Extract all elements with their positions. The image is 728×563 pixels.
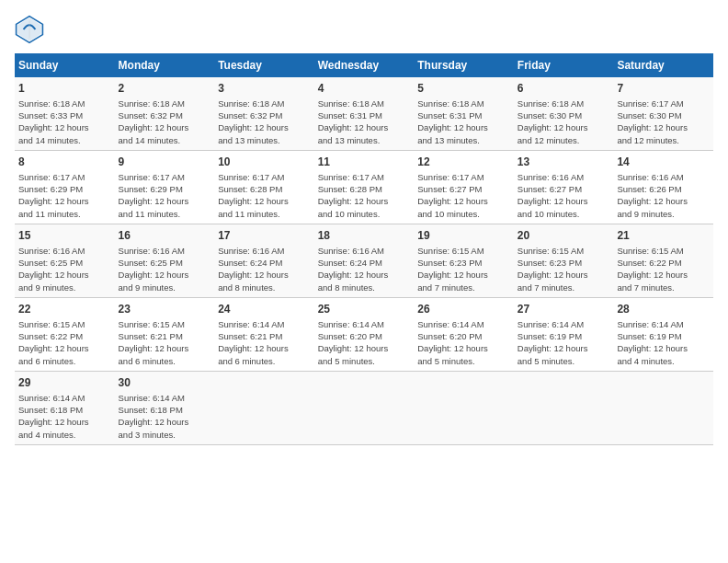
day-number: 26 bbox=[417, 302, 510, 317]
day-cell: 14Sunrise: 6:16 AM Sunset: 6:26 PM Dayli… bbox=[613, 150, 713, 224]
day-cell: 9Sunrise: 6:17 AM Sunset: 6:29 PM Daylig… bbox=[115, 150, 215, 224]
day-number: 25 bbox=[318, 302, 411, 317]
week-row-3: 15Sunrise: 6:16 AM Sunset: 6:25 PM Dayli… bbox=[15, 224, 713, 297]
day-info: Sunrise: 6:18 AM Sunset: 6:32 PM Dayligh… bbox=[218, 98, 289, 145]
day-number: 5 bbox=[417, 81, 510, 97]
day-info: Sunrise: 6:14 AM Sunset: 6:21 PM Dayligh… bbox=[218, 319, 289, 366]
day-info: Sunrise: 6:14 AM Sunset: 6:20 PM Dayligh… bbox=[417, 319, 488, 366]
day-cell: 13Sunrise: 6:16 AM Sunset: 6:27 PM Dayli… bbox=[514, 150, 614, 224]
day-info: Sunrise: 6:17 AM Sunset: 6:30 PM Dayligh… bbox=[617, 98, 688, 145]
day-number: 18 bbox=[318, 228, 411, 244]
day-number: 28 bbox=[617, 302, 710, 317]
day-info: Sunrise: 6:17 AM Sunset: 6:29 PM Dayligh… bbox=[119, 172, 189, 219]
day-number: 29 bbox=[18, 375, 111, 391]
day-cell: 10Sunrise: 6:17 AM Sunset: 6:28 PM Dayli… bbox=[214, 150, 314, 224]
day-info: Sunrise: 6:15 AM Sunset: 6:22 PM Dayligh… bbox=[18, 319, 89, 366]
day-number: 11 bbox=[318, 155, 411, 170]
day-number: 10 bbox=[218, 155, 311, 170]
day-cell: 29Sunrise: 6:14 AM Sunset: 6:18 PM Dayli… bbox=[15, 371, 115, 444]
day-number: 23 bbox=[119, 302, 211, 317]
day-info: Sunrise: 6:17 AM Sunset: 6:28 PM Dayligh… bbox=[318, 172, 389, 219]
day-info: Sunrise: 6:14 AM Sunset: 6:18 PM Dayligh… bbox=[18, 393, 89, 440]
week-row-5: 29Sunrise: 6:14 AM Sunset: 6:18 PM Dayli… bbox=[15, 371, 713, 444]
day-info: Sunrise: 6:18 AM Sunset: 6:31 PM Dayligh… bbox=[417, 98, 488, 145]
day-info: Sunrise: 6:15 AM Sunset: 6:21 PM Dayligh… bbox=[119, 319, 189, 366]
day-info: Sunrise: 6:14 AM Sunset: 6:18 PM Dayligh… bbox=[119, 393, 189, 440]
day-number: 4 bbox=[318, 81, 411, 97]
calendar-table: SundayMondayTuesdayWednesdayThursdayFrid… bbox=[15, 53, 713, 445]
day-cell: 3Sunrise: 6:18 AM Sunset: 6:32 PM Daylig… bbox=[214, 77, 314, 150]
day-cell: 24Sunrise: 6:14 AM Sunset: 6:21 PM Dayli… bbox=[214, 297, 314, 371]
day-cell: 12Sunrise: 6:17 AM Sunset: 6:27 PM Dayli… bbox=[414, 150, 514, 224]
day-info: Sunrise: 6:16 AM Sunset: 6:24 PM Dayligh… bbox=[218, 246, 289, 293]
day-number: 17 bbox=[218, 228, 311, 244]
day-info: Sunrise: 6:16 AM Sunset: 6:26 PM Dayligh… bbox=[617, 172, 688, 219]
day-cell: 5Sunrise: 6:18 AM Sunset: 6:31 PM Daylig… bbox=[414, 77, 514, 150]
day-cell: 23Sunrise: 6:15 AM Sunset: 6:21 PM Dayli… bbox=[115, 297, 215, 371]
day-number: 6 bbox=[518, 81, 610, 97]
day-cell bbox=[214, 371, 314, 444]
col-header-thursday: Thursday bbox=[414, 53, 514, 77]
day-info: Sunrise: 6:18 AM Sunset: 6:32 PM Dayligh… bbox=[119, 98, 189, 145]
day-info: Sunrise: 6:16 AM Sunset: 6:27 PM Dayligh… bbox=[518, 172, 588, 219]
day-cell: 11Sunrise: 6:17 AM Sunset: 6:28 PM Dayli… bbox=[314, 150, 415, 224]
calendar-header-row: SundayMondayTuesdayWednesdayThursdayFrid… bbox=[15, 53, 713, 77]
day-number: 21 bbox=[617, 228, 710, 244]
day-number: 20 bbox=[518, 228, 610, 244]
day-info: Sunrise: 6:15 AM Sunset: 6:23 PM Dayligh… bbox=[417, 246, 488, 293]
day-cell: 17Sunrise: 6:16 AM Sunset: 6:24 PM Dayli… bbox=[214, 224, 314, 297]
day-info: Sunrise: 6:14 AM Sunset: 6:19 PM Dayligh… bbox=[617, 319, 688, 366]
col-header-saturday: Saturday bbox=[613, 53, 713, 77]
day-number: 7 bbox=[617, 81, 710, 97]
day-cell: 19Sunrise: 6:15 AM Sunset: 6:23 PM Dayli… bbox=[414, 224, 514, 297]
day-number: 16 bbox=[119, 228, 211, 244]
day-number: 13 bbox=[518, 155, 610, 170]
day-cell: 27Sunrise: 6:14 AM Sunset: 6:19 PM Dayli… bbox=[514, 297, 614, 371]
col-header-tuesday: Tuesday bbox=[214, 53, 314, 77]
day-info: Sunrise: 6:16 AM Sunset: 6:25 PM Dayligh… bbox=[18, 246, 89, 293]
day-info: Sunrise: 6:16 AM Sunset: 6:25 PM Dayligh… bbox=[119, 246, 189, 293]
day-number: 30 bbox=[119, 375, 211, 391]
day-cell: 22Sunrise: 6:15 AM Sunset: 6:22 PM Dayli… bbox=[15, 297, 115, 371]
day-cell: 21Sunrise: 6:15 AM Sunset: 6:22 PM Dayli… bbox=[613, 224, 713, 297]
day-cell bbox=[314, 371, 415, 444]
day-number: 19 bbox=[417, 228, 510, 244]
col-header-wednesday: Wednesday bbox=[314, 53, 415, 77]
day-info: Sunrise: 6:15 AM Sunset: 6:23 PM Dayligh… bbox=[518, 246, 588, 293]
day-cell: 20Sunrise: 6:15 AM Sunset: 6:23 PM Dayli… bbox=[514, 224, 614, 297]
page-header bbox=[15, 15, 713, 44]
day-cell: 8Sunrise: 6:17 AM Sunset: 6:29 PM Daylig… bbox=[15, 150, 115, 224]
col-header-friday: Friday bbox=[514, 53, 614, 77]
day-cell: 7Sunrise: 6:17 AM Sunset: 6:30 PM Daylig… bbox=[613, 77, 713, 150]
day-cell bbox=[514, 371, 614, 444]
logo-icon bbox=[15, 15, 44, 44]
day-cell bbox=[613, 371, 713, 444]
day-info: Sunrise: 6:17 AM Sunset: 6:27 PM Dayligh… bbox=[417, 172, 488, 219]
day-number: 12 bbox=[417, 155, 510, 170]
day-cell: 30Sunrise: 6:14 AM Sunset: 6:18 PM Dayli… bbox=[115, 371, 215, 444]
week-row-2: 8Sunrise: 6:17 AM Sunset: 6:29 PM Daylig… bbox=[15, 150, 713, 224]
day-number: 2 bbox=[119, 81, 211, 97]
day-number: 14 bbox=[617, 155, 710, 170]
day-cell: 6Sunrise: 6:18 AM Sunset: 6:30 PM Daylig… bbox=[514, 77, 614, 150]
day-number: 27 bbox=[518, 302, 610, 317]
day-info: Sunrise: 6:18 AM Sunset: 6:33 PM Dayligh… bbox=[18, 98, 89, 145]
day-cell: 28Sunrise: 6:14 AM Sunset: 6:19 PM Dayli… bbox=[613, 297, 713, 371]
col-header-sunday: Sunday bbox=[15, 53, 115, 77]
day-info: Sunrise: 6:16 AM Sunset: 6:24 PM Dayligh… bbox=[318, 246, 389, 293]
day-cell: 15Sunrise: 6:16 AM Sunset: 6:25 PM Dayli… bbox=[15, 224, 115, 297]
day-number: 22 bbox=[18, 302, 111, 317]
day-cell: 4Sunrise: 6:18 AM Sunset: 6:31 PM Daylig… bbox=[314, 77, 415, 150]
main-container: SundayMondayTuesdayWednesdayThursdayFrid… bbox=[0, 0, 728, 454]
day-cell: 18Sunrise: 6:16 AM Sunset: 6:24 PM Dayli… bbox=[314, 224, 415, 297]
day-number: 8 bbox=[18, 155, 111, 170]
day-cell: 26Sunrise: 6:14 AM Sunset: 6:20 PM Dayli… bbox=[414, 297, 514, 371]
day-cell: 1Sunrise: 6:18 AM Sunset: 6:33 PM Daylig… bbox=[15, 77, 115, 150]
day-info: Sunrise: 6:14 AM Sunset: 6:19 PM Dayligh… bbox=[518, 319, 588, 366]
logo bbox=[15, 15, 48, 44]
day-info: Sunrise: 6:18 AM Sunset: 6:30 PM Dayligh… bbox=[518, 98, 588, 145]
day-cell bbox=[414, 371, 514, 444]
day-cell: 25Sunrise: 6:14 AM Sunset: 6:20 PM Dayli… bbox=[314, 297, 415, 371]
day-cell: 2Sunrise: 6:18 AM Sunset: 6:32 PM Daylig… bbox=[115, 77, 215, 150]
day-info: Sunrise: 6:17 AM Sunset: 6:28 PM Dayligh… bbox=[218, 172, 289, 219]
